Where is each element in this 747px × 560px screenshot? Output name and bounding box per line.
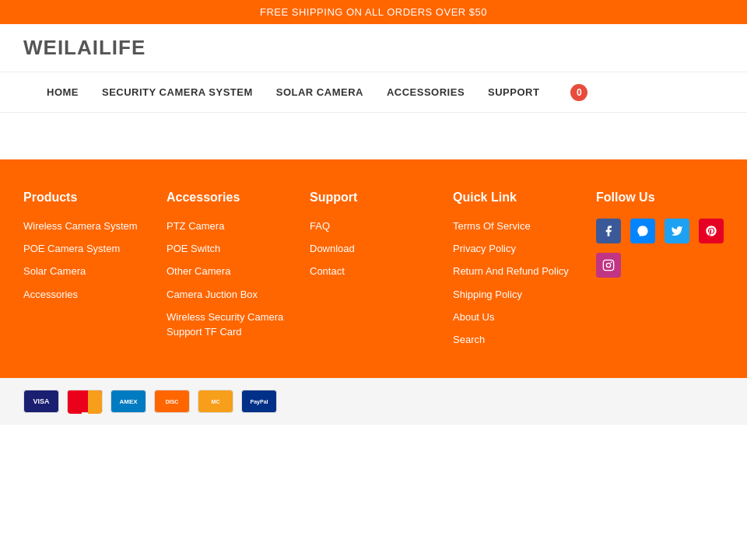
- messenger-icon[interactable]: [630, 219, 655, 243]
- footer-link-about[interactable]: About Us: [453, 311, 494, 323]
- footer-link-search[interactable]: Search: [453, 334, 485, 345]
- payment-bar: VISA AMEX DISC MC PayPal: [0, 378, 747, 425]
- footer-link-shipping[interactable]: Shipping Policy: [453, 289, 522, 300]
- footer-products-heading: Products: [23, 191, 151, 205]
- nav-accessories[interactable]: ACCESSORIES: [387, 86, 465, 98]
- nav-support[interactable]: SUPPORT: [488, 86, 539, 98]
- footer-support: Support FAQ Download Contact: [310, 191, 437, 355]
- footer-link-download[interactable]: Download: [310, 243, 355, 254]
- footer-link-faq[interactable]: FAQ: [310, 220, 330, 232]
- footer-accessories-list: PTZ Camera POE Switch Other Camera Camer…: [167, 219, 294, 339]
- footer-support-heading: Support: [310, 191, 437, 205]
- footer-quick-link-list: Terms Of Service Privacy Policy Return A…: [453, 219, 580, 347]
- footer-quick-link-heading: Quick Link: [453, 191, 580, 205]
- footer-link-accessories[interactable]: Accessories: [23, 289, 78, 300]
- svg-point-1: [606, 263, 610, 267]
- discover-icon: DISC: [154, 390, 190, 413]
- nav-solar-camera[interactable]: SOLAR CAMERA: [276, 86, 363, 98]
- footer-grid: Products Wireless Camera System POE Came…: [23, 191, 724, 355]
- footer-link-other-camera[interactable]: Other Camera: [167, 265, 230, 277]
- footer-quick-link: Quick Link Terms Of Service Privacy Poli…: [453, 191, 580, 355]
- nav-home[interactable]: HOME: [47, 86, 79, 98]
- visa-icon: VISA: [23, 390, 59, 413]
- footer-link-terms[interactable]: Terms Of Service: [453, 220, 531, 232]
- footer-accessories: Accessories PTZ Camera POE Switch Other …: [167, 191, 294, 355]
- main-content: [0, 113, 747, 159]
- instagram-icon[interactable]: [596, 253, 621, 278]
- footer-follow-us: Follow Us: [596, 191, 724, 355]
- footer-products: Products Wireless Camera System POE Came…: [23, 191, 151, 355]
- social-icons-container: [596, 219, 724, 278]
- facebook-icon[interactable]: [596, 219, 621, 243]
- footer-link-wireless-security[interactable]: Wireless Security Camera Support TF Card: [167, 311, 283, 338]
- mastercard-icon: [67, 390, 103, 413]
- header: WEILAILIFE: [0, 24, 747, 72]
- logo[interactable]: WEILAILIFE: [23, 36, 146, 60]
- footer-link-poe-camera[interactable]: POE Camera System: [23, 243, 120, 254]
- footer-accessories-heading: Accessories: [167, 191, 294, 205]
- footer-link-camera-juction[interactable]: Camera Juction Box: [167, 289, 258, 300]
- footer-link-contact[interactable]: Contact: [310, 265, 345, 277]
- main-nav: HOME SECURITY CAMERA SYSTEM SOLAR CAMERA…: [23, 79, 563, 106]
- banner-text: FREE SHIPPING ON ALL ORDERS OVER $50: [260, 6, 487, 18]
- footer-link-solar-camera[interactable]: Solar Camera: [23, 265, 86, 277]
- nav-bar: HOME SECURITY CAMERA SYSTEM SOLAR CAMERA…: [0, 72, 747, 113]
- footer-link-ptz[interactable]: PTZ Camera: [167, 220, 224, 232]
- pinterest-icon[interactable]: [699, 219, 724, 243]
- cart-icon[interactable]: 0: [570, 84, 587, 101]
- footer-support-list: FAQ Download Contact: [310, 219, 437, 279]
- svg-rect-0: [603, 260, 613, 270]
- paypal-icon: PayPal: [241, 390, 277, 413]
- footer-follow-heading: Follow Us: [596, 191, 724, 205]
- footer-link-refund[interactable]: Return And Refund Policy: [453, 265, 569, 277]
- svg-point-2: [611, 261, 612, 263]
- nav-security-camera[interactable]: SECURITY CAMERA SYSTEM: [102, 86, 253, 98]
- footer-products-list: Wireless Camera System POE Camera System…: [23, 219, 151, 302]
- footer-link-poe-switch[interactable]: POE Switch: [167, 243, 220, 254]
- footer-link-privacy[interactable]: Privacy Policy: [453, 243, 516, 254]
- mastercard2-icon: MC: [198, 390, 233, 413]
- footer-link-wireless-camera[interactable]: Wireless Camera System: [23, 220, 138, 232]
- footer: Products Wireless Camera System POE Came…: [0, 159, 747, 378]
- cart-count: 0: [570, 84, 587, 101]
- top-banner: FREE SHIPPING ON ALL ORDERS OVER $50: [0, 0, 747, 24]
- amex-icon: AMEX: [110, 390, 146, 413]
- twitter-icon[interactable]: [665, 219, 689, 243]
